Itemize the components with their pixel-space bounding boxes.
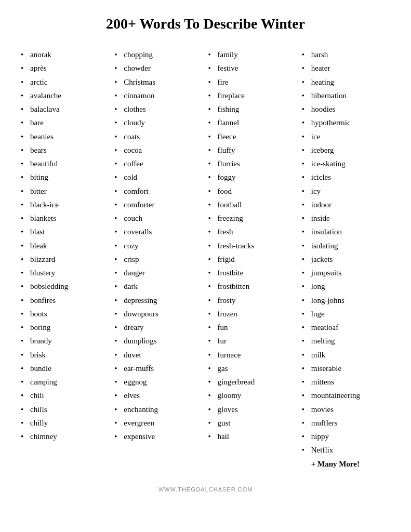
list-item: cozy xyxy=(114,239,203,252)
list-item: fluffy xyxy=(208,143,297,157)
word-list-4: harshheaterheatinghibernationhoodieshypo… xyxy=(302,48,390,457)
page-title: 200+ Words To Describe Winter xyxy=(106,16,305,32)
list-item: mittens xyxy=(302,375,390,389)
list-item: frigid xyxy=(208,252,297,266)
list-item: ice xyxy=(302,130,390,143)
list-item: evergreen xyxy=(114,416,203,430)
list-item: depressing xyxy=(114,294,203,307)
list-item: furnace xyxy=(208,348,297,362)
list-item: frostbitten xyxy=(208,280,297,293)
list-item: brandy xyxy=(21,334,109,348)
list-item: downpours xyxy=(114,307,203,321)
list-item: elves xyxy=(114,389,203,402)
list-item: fur xyxy=(208,334,297,348)
list-item: jackets xyxy=(302,252,390,266)
list-item: long xyxy=(302,280,390,293)
footer-text: WWW.THEGOALCHASER.COM xyxy=(158,486,253,493)
list-item: blizzard xyxy=(21,252,109,266)
list-item: boots xyxy=(21,307,109,321)
word-list-3: familyfestivefirefireplacefishingflannel… xyxy=(208,48,297,443)
list-item: icicles xyxy=(302,170,390,184)
list-item: milk xyxy=(302,348,390,362)
list-item: gloves xyxy=(208,403,297,416)
list-item: blankets xyxy=(21,211,109,225)
list-item: flannel xyxy=(208,116,297,129)
list-item: bleak xyxy=(21,239,109,252)
list-item: dreary xyxy=(114,321,203,334)
list-item: beautiful xyxy=(21,157,109,170)
list-item: family xyxy=(208,48,297,61)
list-item: fire xyxy=(208,75,297,89)
list-item: gingerbread xyxy=(208,375,297,389)
list-item: blast xyxy=(21,225,109,238)
list-item: cocoa xyxy=(114,143,203,157)
list-item: cinnamon xyxy=(114,89,203,102)
list-item: icy xyxy=(302,184,390,198)
column-2: choppingchowderChristmascinnamonclothesc… xyxy=(114,48,203,471)
list-item: fishing xyxy=(208,102,297,116)
list-item: hoodies xyxy=(302,102,390,116)
list-item: chili xyxy=(21,389,109,402)
list-item: mountaineering xyxy=(302,389,390,402)
list-item: ice-skating xyxy=(302,157,390,170)
word-list-2: choppingchowderChristmascinnamonclothesc… xyxy=(114,48,203,443)
list-item: food xyxy=(208,184,297,198)
list-item: Christmas xyxy=(114,75,203,89)
word-list-1: anorakaprèsarcticavalanchebalaclavabareb… xyxy=(21,48,109,443)
list-item: anorak xyxy=(21,48,109,61)
list-item: blustery xyxy=(21,266,109,280)
list-item: indoor xyxy=(302,198,390,211)
list-item: insulation xyxy=(302,225,390,238)
word-columns: anorakaprèsarcticavalanchebalaclavabareb… xyxy=(21,48,390,471)
list-item: coveralls xyxy=(114,225,203,238)
list-item: bobsledding xyxy=(21,280,109,293)
list-item: cold xyxy=(114,170,203,184)
list-item: bonfires xyxy=(21,294,109,307)
list-item: camping xyxy=(21,375,109,389)
plus-more-text: + Many More! xyxy=(302,457,390,471)
list-item: movies xyxy=(302,403,390,416)
list-item: melting xyxy=(302,334,390,348)
list-item: avalanche xyxy=(21,89,109,102)
list-item: fireplace xyxy=(208,89,297,102)
list-item: jumpsuits xyxy=(302,266,390,280)
list-item: arctic xyxy=(21,75,109,89)
list-item: mufflers xyxy=(302,416,390,430)
list-item: chowder xyxy=(114,61,203,75)
list-item: Netflix xyxy=(302,443,390,457)
list-item: enchanting xyxy=(114,403,203,416)
list-item: crisp xyxy=(114,252,203,266)
list-item: long-johns xyxy=(302,294,390,307)
list-item: heating xyxy=(302,75,390,89)
list-item: freezing xyxy=(208,211,297,225)
list-item: nippy xyxy=(302,430,390,443)
list-item: comfort xyxy=(114,184,203,198)
list-item: expensive xyxy=(114,430,203,443)
list-item: eggnog xyxy=(114,375,203,389)
list-item: gloomy xyxy=(208,389,297,402)
list-item: chilly xyxy=(21,416,109,430)
list-item: cloudy xyxy=(114,116,203,129)
list-item: après xyxy=(21,61,109,75)
list-item: fresh xyxy=(208,225,297,238)
list-item: couch xyxy=(114,211,203,225)
list-item: bare xyxy=(21,116,109,129)
list-item: comforter xyxy=(114,198,203,211)
list-item: danger xyxy=(114,266,203,280)
list-item: hail xyxy=(208,430,297,443)
list-item: brisk xyxy=(21,348,109,362)
list-item: balaclava xyxy=(21,102,109,116)
list-item: fun xyxy=(208,321,297,334)
list-item: dark xyxy=(114,280,203,293)
list-item: heater xyxy=(302,61,390,75)
column-1: anorakaprèsarcticavalanchebalaclavabareb… xyxy=(21,48,109,471)
list-item: ear-muffs xyxy=(114,362,203,375)
list-item: frosty xyxy=(208,294,297,307)
list-item: biting xyxy=(21,170,109,184)
list-item: beanies xyxy=(21,130,109,143)
list-item: bears xyxy=(21,143,109,157)
list-item: clothes xyxy=(114,102,203,116)
list-item: frostbite xyxy=(208,266,297,280)
list-item: chills xyxy=(21,403,109,416)
list-item: chimney xyxy=(21,430,109,443)
